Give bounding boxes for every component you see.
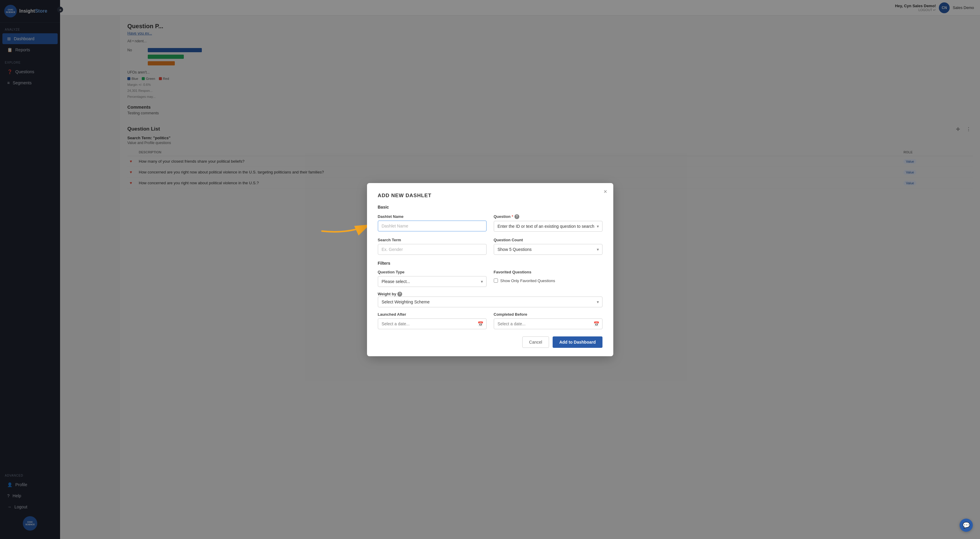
filters-section: Filters Question Type Please select... V… xyxy=(378,261,603,329)
arrow-annotation xyxy=(313,213,373,238)
weight-group: Weight by ? Select Weighting Scheme xyxy=(378,292,603,307)
basic-section-label: Basic xyxy=(378,205,603,209)
question-group: Question * ? Enter the ID or text of an … xyxy=(494,214,603,232)
basic-form-grid: Dashlet Name Question * ? Enter the ID o… xyxy=(378,214,603,255)
question-info-icon: ? xyxy=(514,214,519,219)
completed-before-label: Completed Before xyxy=(494,312,603,317)
favorited-checkbox-row: Show Only Favorited Questions xyxy=(494,279,603,283)
filters-grid: Question Type Please select... Value Pro… xyxy=(378,270,603,287)
modal-footer: Cancel Add to Dashboard xyxy=(378,336,603,348)
dashlet-name-label: Dashlet Name xyxy=(378,214,487,219)
question-count-select-wrapper: Show 5 Questions Show 10 Questions Show … xyxy=(494,244,603,255)
weight-label: Weight by ? xyxy=(378,292,603,296)
filters-label: Filters xyxy=(378,261,603,266)
add-to-dashboard-button[interactable]: Add to Dashboard xyxy=(553,336,602,348)
completed-before-input[interactable] xyxy=(494,319,603,329)
show-only-favorited-label: Show Only Favorited Questions xyxy=(500,279,555,283)
weight-select-wrapper: Select Weighting Scheme xyxy=(378,296,603,307)
search-term-input[interactable] xyxy=(378,244,487,255)
search-term-label-form: Search Term xyxy=(378,238,487,242)
question-type-label: Question Type xyxy=(378,270,487,274)
launched-after-label: Launched After xyxy=(378,312,487,317)
chat-bubble-btn[interactable]: 💬 xyxy=(959,518,973,532)
arrow-svg xyxy=(313,213,373,237)
question-label: Question * ? xyxy=(494,214,603,219)
cancel-button[interactable]: Cancel xyxy=(522,336,549,348)
modal-overlay[interactable]: ADD NEW DASHLET × Basic Dashlet Name Que… xyxy=(0,0,980,539)
modal-dialog: ADD NEW DASHLET × Basic Dashlet Name Que… xyxy=(367,183,613,356)
required-star: * xyxy=(512,214,513,219)
question-count-select[interactable]: Show 5 Questions Show 10 Questions Show … xyxy=(494,244,603,255)
completed-before-group: Completed Before 📅 xyxy=(494,312,603,329)
question-type-group: Question Type Please select... Value Pro… xyxy=(378,270,487,287)
question-type-select-wrapper: Please select... Value Profile Trend xyxy=(378,276,487,287)
dashlet-name-group: Dashlet Name xyxy=(378,214,487,232)
question-count-group: Question Count Show 5 Questions Show 10 … xyxy=(494,238,603,255)
fav-label: Favorited Questions xyxy=(494,270,603,274)
question-select-wrapper: Enter the ID or text of an existing ques… xyxy=(494,221,603,232)
favorited-group: Favorited Questions Show Only Favorited … xyxy=(494,270,603,287)
dashlet-name-input[interactable] xyxy=(378,220,487,231)
launched-after-group: Launched After 📅 xyxy=(378,312,487,329)
launched-after-input-wrapper: 📅 xyxy=(378,319,487,329)
weight-info-icon: ? xyxy=(397,292,402,296)
question-count-label: Question Count xyxy=(494,238,603,242)
launched-after-input[interactable] xyxy=(378,319,487,329)
modal-close-btn[interactable]: × xyxy=(604,189,607,195)
date-row: Launched After 📅 Completed Before 📅 xyxy=(378,312,603,329)
weight-select[interactable]: Select Weighting Scheme xyxy=(378,296,603,307)
question-select[interactable]: Enter the ID or text of an existing ques… xyxy=(494,221,603,232)
show-only-favorited-checkbox[interactable] xyxy=(494,279,498,283)
question-type-select[interactable]: Please select... Value Profile Trend xyxy=(378,276,487,287)
modal-title: ADD NEW DASHLET xyxy=(378,193,603,199)
modal-wrapper: ADD NEW DASHLET × Basic Dashlet Name Que… xyxy=(367,183,613,356)
completed-before-input-wrapper: 📅 xyxy=(494,319,603,329)
search-term-group: Search Term xyxy=(378,238,487,255)
